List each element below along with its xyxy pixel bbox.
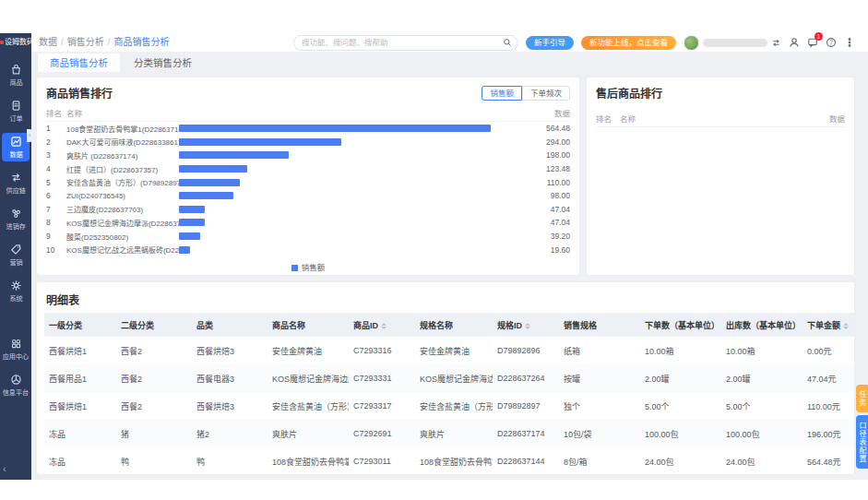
chart-row: 8KOS魔想记金牌海边摩派(D228637264)47.04 — [46, 216, 570, 230]
header: 数据/销售分析/商品销售分析 新手引导 新功能上线，点击查看 1 — [31, 33, 868, 53]
breadcrumb-current: 商品销售分析 — [114, 37, 170, 47]
tab-商品销售分析[interactable]: 商品销售分析 — [38, 54, 120, 72]
aftersale-header: 排名 名称 数据 — [596, 110, 845, 127]
legend-swatch — [291, 265, 298, 271]
column-header-规格名称: 规格名称 — [415, 313, 493, 337]
sort-icon[interactable] — [525, 323, 530, 329]
svg-text:?: ? — [829, 39, 833, 45]
sidebar-item-数据[interactable]: 数据 — [2, 133, 30, 161]
chart-row: 6ZUI(D240736545)98.00 — [46, 189, 570, 203]
order-icon — [10, 100, 22, 112]
table-row: 西餐烘焙1西餐2西餐烘焙3安佳金牌黄油C7293316安佳金牌黄油D798928… — [44, 337, 854, 364]
more-menu-icon[interactable] — [844, 37, 855, 48]
sidebar-item-订单[interactable]: 订单 — [2, 97, 30, 125]
sidebar-item-应用中心[interactable]: 应用中心 — [2, 335, 30, 363]
chart-row: 5安佳含盐黄油（方形）(D79892897)110.00 — [46, 175, 570, 189]
message-icon[interactable]: 1 — [807, 37, 818, 48]
chart-row: 3爽肤片 (D228637174)198.00 — [46, 149, 570, 162]
bag-icon — [10, 64, 22, 76]
column-header-一级分类: 一级分类 — [44, 313, 116, 337]
column-header-出库数（基本单位）[interactable]: 出库数（基本单位） — [721, 313, 803, 337]
header-right: 新手引导 新功能上线，点击查看 1 ? — [293, 33, 855, 52]
help-icon[interactable]: ? — [826, 37, 837, 48]
guide-button[interactable]: 新手引导 — [526, 36, 574, 50]
column-header-下单数（基本单位）[interactable]: 下单数（基本单位） — [640, 313, 721, 337]
bar — [179, 219, 205, 226]
sidebar-item-系统[interactable]: 系统 — [2, 277, 30, 305]
breadcrumb-item[interactable]: 销售分析 — [67, 37, 104, 47]
bar — [179, 179, 240, 186]
sidebar-collapse-icon[interactable]: ‹ — [3, 463, 6, 474]
sidebar-item-进销存[interactable]: 进销存 — [2, 205, 30, 233]
apps-icon — [10, 338, 22, 350]
promo-button[interactable]: 新功能上线，点击查看 — [581, 36, 676, 50]
sidebar-item-供应链[interactable]: 供应链 — [2, 169, 30, 197]
switch-account-icon[interactable] — [771, 38, 781, 48]
toggle-销售额[interactable]: 销售额 — [482, 86, 522, 101]
column-header-下单金额[interactable]: 下单金额 — [803, 313, 854, 337]
logo-icon — [0, 41, 4, 44]
contact-icon[interactable] — [789, 37, 800, 48]
toggle-下单频次[interactable]: 下单频次 — [522, 86, 570, 101]
bar-chart: 1108食堂甜奶去骨鸭掌1(D228637144)564.482DAK大可爱可丽… — [46, 122, 570, 256]
sidebar-item-营销[interactable]: 营销 — [2, 241, 30, 269]
aftersale-ranking-panel: 售后商品排行 排名 名称 数据 — [587, 77, 854, 275]
sales-ranking-panel: 商品销售排行 销售额下单频次 排名 名称 数据 1108食堂甜奶去骨鸭掌1(D2… — [37, 77, 579, 275]
column-header-销售规格: 销售规格 — [559, 313, 640, 337]
search-input[interactable] — [300, 37, 503, 48]
panel-title: 售后商品排行 — [596, 85, 845, 101]
sort-icon[interactable] — [843, 323, 849, 329]
bar — [179, 246, 190, 254]
detail-table: 一级分类二级分类品类商品名称商品ID规格名称规格ID销售规格下单数（基本单位）出… — [44, 313, 854, 474]
compass-icon — [10, 374, 22, 386]
main-content: 商品销售排行 销售额下单频次 排名 名称 数据 1108食堂甜奶去骨鸭掌1(D2… — [31, 72, 868, 480]
avatar[interactable] — [684, 35, 699, 51]
column-header-商品ID[interactable]: 商品ID — [349, 313, 415, 337]
supply-icon — [10, 172, 22, 184]
table-row: 冻品鸭鸭108食堂甜奶去骨鸭掌1C7293011108食堂甜奶去骨鸭掌1D228… — [44, 447, 854, 474]
user-account[interactable] — [684, 35, 781, 51]
sidebar-bottom-menu: 应用中心信息平台 — [0, 335, 31, 407]
inventory-icon — [10, 208, 22, 220]
floating-config-tab[interactable]: 口径表配置 — [856, 415, 868, 469]
chart-legend: 销售额 — [46, 261, 570, 272]
floating-task-tab[interactable]: 任务 — [856, 385, 868, 412]
tabbar: 商品销售分析分类销售分析 — [31, 52, 868, 72]
chart-row: 7三边魔皮(D228637703)47.04 — [46, 203, 570, 217]
sort-icon[interactable] — [381, 323, 386, 329]
sidebar: 设姆数码 商品订单数据供应链进销存营销系统 应用中心信息平台 ‹ — [0, 33, 31, 480]
detail-table-panel: 明细表 一级分类二级分类品类商品名称商品ID规格名称规格ID销售规格下单数（基本… — [37, 282, 854, 474]
table-row: 西餐用品1西餐2西餐电器3KOS魔想记金牌海边摩派C7293331KOS魔想记金… — [44, 364, 854, 392]
bar — [179, 125, 491, 132]
search-icon[interactable] — [503, 38, 512, 47]
bar — [179, 232, 200, 240]
column-header-二级分类: 二级分类 — [116, 313, 192, 337]
message-badge: 1 — [814, 32, 823, 41]
chart-row: 2DAK大可爱可丽味液(D228633861)294.00 — [46, 136, 570, 149]
gear-icon — [10, 280, 22, 292]
table-row: 冻品猪猪2爽肤片C7292691爽肤片D22863717410包/袋100.00… — [44, 420, 854, 447]
detail-table-title: 明细表 — [46, 292, 847, 307]
bar — [179, 151, 289, 159]
breadcrumb-item[interactable]: 数据 — [39, 37, 57, 47]
chart-row: 4红提（进口）(D228637357)123.48 — [46, 162, 570, 176]
chart-row: 10KOS魔想记忆战之远黑蜗板砖(D228634296)19.60 — [46, 243, 570, 256]
bar — [179, 206, 205, 213]
app-logo: 设姆数码 — [0, 33, 31, 52]
chart-header: 排名 名称 数据 — [46, 104, 570, 122]
sidebar-item-信息平台[interactable]: 信息平台 — [2, 371, 30, 399]
bar — [179, 165, 247, 173]
sidebar-item-商品[interactable]: 商品 — [2, 61, 30, 89]
tab-分类销售分析[interactable]: 分类销售分析 — [122, 54, 204, 72]
table-row: 西餐烘焙1西餐2西餐烘焙3安佳含盐黄油（方形）C7293317安佳含盐黄油（方形… — [44, 392, 854, 420]
column-header-品类: 品类 — [192, 313, 268, 337]
aftersale-empty-body — [596, 127, 845, 266]
global-search[interactable] — [293, 35, 518, 51]
panel-title: 商品销售排行 — [46, 85, 113, 101]
chart-row: 9酸菜(D252350802)39.20 — [46, 230, 570, 244]
bar — [179, 138, 341, 146]
tag-icon — [10, 244, 22, 256]
breadcrumb: 数据/销售分析/商品销售分析 — [39, 33, 170, 52]
chart-row: 1108食堂甜奶去骨鸭掌1(D228637144)564.48 — [46, 122, 570, 136]
column-header-规格ID[interactable]: 规格ID — [493, 313, 559, 337]
